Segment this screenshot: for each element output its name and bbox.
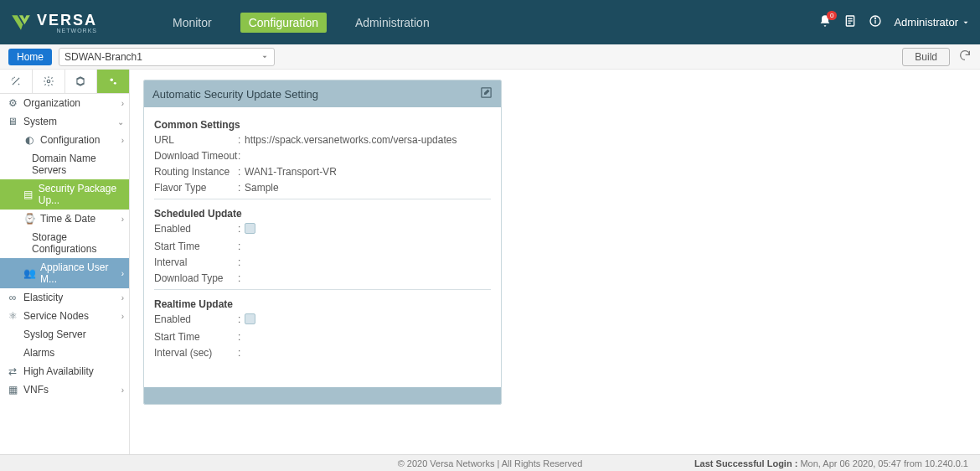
sidebar-item-storage[interactable]: Storage Configurations <box>0 228 129 258</box>
gears-icon <box>107 75 119 87</box>
svg-point-8 <box>111 79 114 82</box>
url-value: https://spack.versanetworks.com/versa-up… <box>245 134 491 146</box>
sidebar-item-appliance-user[interactable]: 👥 Appliance User M... › <box>0 258 129 288</box>
system-icon: 🖥 <box>7 116 18 127</box>
gear-icon <box>43 75 54 87</box>
panel-footer <box>144 387 501 404</box>
sidebar-item-configuration[interactable]: ◐ Configuration › <box>0 131 129 149</box>
sidebar-item-high-availability[interactable]: ⇄ High Availability <box>0 362 129 380</box>
chevron-right-icon: › <box>121 99 124 108</box>
sidebar-tab-2[interactable] <box>33 70 65 93</box>
sidebar-label: Syslog Server <box>23 329 86 340</box>
home-button[interactable]: Home <box>8 49 52 65</box>
sidebar-tab-3[interactable] <box>65 70 98 93</box>
panel-title: Automatic Security Update Setting <box>152 88 318 101</box>
info-icon[interactable] <box>869 14 882 31</box>
sidebar-tab-4[interactable] <box>97 70 129 93</box>
sidebar-item-time-date[interactable]: ⌚ Time & Date › <box>0 210 129 228</box>
branch-selector[interactable]: SDWAN-Branch1 <box>59 48 275 66</box>
sched-download-type-label: Download Type <box>154 272 238 284</box>
divider <box>154 199 491 199</box>
nodes-icon: ⚛ <box>7 310 18 322</box>
chevron-down-icon <box>962 18 970 27</box>
sidebar-item-security-package[interactable]: ▤ Security Package Up... <box>0 179 129 210</box>
sidebar-label: Elasticity <box>23 292 63 303</box>
rt-enabled-checkbox[interactable] <box>245 313 255 324</box>
sidebar-item-service-nodes[interactable]: ⚛ Service Nodes › <box>0 307 129 325</box>
routing-instance-label: Routing Instance <box>154 166 238 178</box>
sidebar-item-elasticity[interactable]: ∞ Elasticity › <box>0 288 129 307</box>
ha-icon: ⇄ <box>7 365 18 377</box>
user-menu[interactable]: Administrator <box>894 16 970 28</box>
body-container: ⚙ Organization › 🖥 System ⌄ ◐ Configurat… <box>0 70 980 454</box>
clock-icon: ⌚ <box>23 213 35 225</box>
nav-configuration[interactable]: Configuration <box>240 13 327 33</box>
sidebar-item-vnfs[interactable]: ▦ VNFs › <box>0 380 129 399</box>
nav-administration[interactable]: Administration <box>347 13 438 33</box>
brand-name: VERSA <box>37 12 97 29</box>
sidebar-label: Time & Date <box>40 213 95 225</box>
sched-enabled-checkbox[interactable] <box>245 223 255 234</box>
sidebar-label: High Availability <box>23 365 94 377</box>
sidebar-label: Organization <box>23 97 80 109</box>
chevron-right-icon: › <box>121 312 124 321</box>
build-button[interactable]: Build <box>902 48 950 66</box>
chevron-right-icon: › <box>121 215 124 224</box>
edit-button[interactable] <box>480 86 493 101</box>
sidebar-label: Storage Configurations <box>32 231 124 255</box>
sidebar-label: Service Nodes <box>23 310 89 322</box>
top-nav: Monitor Configuration Administration <box>164 13 438 33</box>
nav-monitor[interactable]: Monitor <box>164 13 220 33</box>
section-scheduled-title: Scheduled Update <box>154 208 491 220</box>
rt-start-value <box>245 331 491 343</box>
cube-icon <box>75 75 86 87</box>
sidebar-item-system[interactable]: 🖥 System ⌄ <box>0 112 129 131</box>
package-icon: ▤ <box>23 189 34 200</box>
section-common-title: Common Settings <box>154 119 491 131</box>
rt-interval-label: Interval (sec) <box>154 347 238 359</box>
chevron-right-icon: › <box>121 293 124 303</box>
header-actions: 0 Administrator <box>818 14 970 31</box>
svg-point-9 <box>114 82 116 85</box>
sched-download-type-value <box>245 272 491 284</box>
sidebar-item-syslog[interactable]: Syslog Server <box>0 325 129 344</box>
chevron-right-icon: › <box>121 269 124 278</box>
sched-start-label: Start Time <box>154 241 238 252</box>
branch-selected: SDWAN-Branch1 <box>64 51 142 63</box>
clipboard-icon[interactable] <box>843 14 857 31</box>
footer-login-label: Last Successful Login : <box>694 458 797 468</box>
chevron-down-icon: ⌄ <box>117 117 124 127</box>
chevron-down-icon <box>260 53 269 61</box>
sidebar-label: VNFs <box>23 384 49 396</box>
divider <box>154 289 491 290</box>
sidebar-item-dns[interactable]: Domain Name Servers <box>0 149 129 179</box>
flavor-type-value: Sample <box>245 182 491 194</box>
edit-icon <box>480 86 493 99</box>
panel-body: Common Settings URL:https://spack.versan… <box>144 107 501 387</box>
rt-enabled-label: Enabled <box>154 313 238 327</box>
footer-login-value: Mon, Apr 06 2020, 05:47 from 10.240.0.1 <box>800 458 968 468</box>
refresh-icon[interactable] <box>958 49 972 65</box>
sidebar-label: Appliance User M... <box>40 261 116 285</box>
sched-interval-value <box>245 256 491 268</box>
wand-icon <box>10 75 22 87</box>
brand-logo: VERSA NETWORKS <box>10 12 97 34</box>
sidebar-label: Domain Name Servers <box>32 153 124 176</box>
versa-logo-icon <box>10 12 32 34</box>
rt-start-label: Start Time <box>154 331 238 343</box>
svg-point-7 <box>47 80 50 83</box>
chevron-right-icon: › <box>121 386 124 395</box>
sidebar-tab-1[interactable] <box>0 70 33 93</box>
sidebar-tab-strip <box>0 70 129 94</box>
sidebar-item-alarms[interactable]: Alarms <box>0 344 129 362</box>
org-icon: ⚙ <box>7 97 18 109</box>
svg-point-6 <box>875 18 876 18</box>
sidebar: ⚙ Organization › 🖥 System ⌄ ◐ Configurat… <box>0 70 130 454</box>
sidebar-label: Alarms <box>23 347 54 359</box>
users-icon: 👥 <box>23 267 35 279</box>
chevron-right-icon: › <box>121 136 124 145</box>
notification-badge: 0 <box>827 11 837 20</box>
notifications-icon[interactable]: 0 <box>818 14 832 31</box>
sidebar-item-organization[interactable]: ⚙ Organization › <box>0 94 129 112</box>
main-content: Automatic Security Update Setting Common… <box>130 70 980 454</box>
